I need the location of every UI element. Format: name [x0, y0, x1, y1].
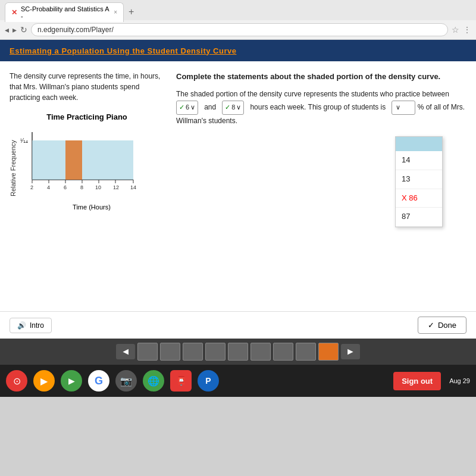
svg-text:12: 12	[113, 184, 119, 190]
task-slot-7[interactable]	[273, 343, 293, 361]
select2-value: 8	[231, 102, 235, 114]
task-slot-1[interactable]	[137, 343, 158, 361]
task-next-arrow[interactable]: ►	[341, 344, 360, 359]
globe-icon: 🌐	[148, 375, 159, 387]
task-slot-8[interactable]	[296, 343, 316, 361]
chart-container: Relative Frequency ¹⁄₁₄	[10, 126, 164, 211]
dropdown-arrow-icon: ∨	[396, 102, 400, 114]
svg-rect-3	[32, 140, 133, 180]
intro-label: Intro	[30, 321, 44, 330]
address-bar: ◂ ▸ ↻ ☆ ⋮	[0, 20, 476, 39]
tray-icon-orange[interactable]: ▶	[33, 370, 55, 392]
task-slot-5[interactable]	[228, 343, 248, 361]
dropdown-option-14[interactable]: 14	[396, 151, 442, 170]
select-hours-start[interactable]: ✓ 6 ∨	[176, 101, 198, 115]
statement-part3: hours each week. This group of students …	[250, 103, 386, 111]
tab-bar: ✕ SC-Probability and Statistics A - × +	[0, 0, 476, 20]
description-text: The density curve represents the time, i…	[10, 71, 164, 103]
google-g-icon: G	[95, 375, 103, 387]
tray-icon-red-app[interactable]: 📮	[170, 370, 192, 392]
tray-icon-globe[interactable]: 🌐	[143, 370, 164, 392]
tab-favicon: ✕	[11, 8, 17, 17]
back-arrow-icon[interactable]: ◂	[5, 25, 9, 35]
svg-text:8: 8	[80, 184, 83, 190]
camera-icon: 📷	[120, 375, 132, 387]
taskbar: ◄ ►	[0, 339, 476, 365]
address-input[interactable]	[31, 23, 448, 36]
chart-svg: ¹⁄₁₄ 2	[19, 126, 138, 203]
reload-icon[interactable]: ↻	[20, 25, 27, 35]
bottom-action-bar: 🔊 Intro ✓ Done	[0, 311, 476, 339]
tab-close-icon[interactable]: ×	[114, 9, 117, 15]
chart-area: ¹⁄₁₄ 2	[19, 126, 164, 211]
select1-arrow-icon: ∨	[190, 102, 195, 114]
check2-icon: ✓	[225, 102, 230, 114]
tray-icon-chromeos[interactable]: ⊙	[6, 370, 27, 392]
system-tray: ⊙ ▶ ▶ G 📷 🌐 📮 P Sign out Aug 29	[0, 365, 476, 397]
task-slot-9-active[interactable]	[318, 343, 339, 361]
task-prev-arrow[interactable]: ◄	[116, 344, 135, 359]
tab-title: SC-Probability and Statistics A -	[21, 5, 110, 20]
tray-icon-google[interactable]: G	[88, 370, 109, 392]
percent-dropdown-menu: 14 13 X 86 87	[395, 136, 443, 227]
page-header: Estimating a Population Using the Studen…	[0, 40, 476, 61]
x-axis-title: Time (Hours)	[19, 203, 164, 211]
select1-value: 6	[186, 102, 189, 114]
left-panel: The density curve represents the time, i…	[10, 71, 164, 302]
svg-text:14: 14	[130, 184, 136, 190]
check1-icon: ✓	[179, 102, 184, 114]
statement-part1: The shaded portion of the density curve …	[176, 90, 449, 98]
red-app-icon: 📮	[176, 376, 186, 386]
active-tab[interactable]: ✕ SC-Probability and Statistics A - ×	[5, 2, 124, 22]
svg-text:2: 2	[30, 184, 33, 190]
bookmark-icon[interactable]: ☆	[452, 25, 459, 35]
page-header-title: Estimating a Population Using the Studen…	[10, 46, 236, 55]
browser-chrome: ✕ SC-Probability and Statistics A - × + …	[0, 0, 476, 40]
orange-icon: ▶	[40, 375, 48, 387]
more-icon[interactable]: ⋮	[463, 25, 471, 35]
volume-icon: 🔊	[17, 321, 26, 330]
tray-date: Aug 29	[449, 377, 470, 384]
statement-text: The shaded portion of the density curve …	[176, 88, 466, 128]
percent-dropdown-button[interactable]: ∨	[392, 101, 415, 115]
p-letter-icon: P	[205, 376, 211, 386]
done-label: Done	[438, 321, 456, 330]
select-hours-end[interactable]: ✓ 8 ∨	[222, 101, 244, 115]
complete-title: Complete the statements about the shaded…	[176, 71, 466, 83]
dropdown-option-87[interactable]: 87	[396, 208, 442, 227]
chromeos-icon: ⊙	[13, 375, 21, 387]
tray-icon-camera[interactable]: 📷	[115, 370, 137, 392]
chart-title: Time Practicing Piano	[10, 112, 164, 121]
main-content: The density curve represents the time, i…	[0, 61, 476, 311]
sign-out-button[interactable]: Sign out	[393, 372, 441, 390]
right-panel: Complete the statements about the shaded…	[176, 71, 466, 302]
svg-text:6: 6	[64, 184, 67, 190]
tray-icon-play[interactable]: ▶	[61, 370, 82, 392]
forward-arrow-icon[interactable]: ▸	[12, 25, 17, 35]
done-button[interactable]: ✓ Done	[418, 317, 466, 334]
task-slot-6[interactable]	[250, 343, 271, 361]
new-tab-button[interactable]: +	[124, 4, 139, 20]
svg-text:10: 10	[95, 184, 101, 190]
play-icon: ▶	[68, 376, 75, 386]
svg-text:4: 4	[47, 184, 50, 190]
tray-icon-p-blue[interactable]: P	[198, 370, 219, 392]
task-slot-3[interactable]	[183, 343, 203, 361]
svg-text:¹⁄₁₄: ¹⁄₁₄	[20, 137, 28, 144]
task-slot-2[interactable]	[160, 343, 180, 361]
dropdown-header	[396, 137, 442, 151]
select2-arrow-icon: ∨	[236, 102, 241, 114]
y-axis-label: Relative Frequency	[10, 126, 17, 211]
dropdown-option-86[interactable]: X 86	[396, 189, 442, 208]
dropdown-option-13[interactable]: 13	[396, 170, 442, 189]
svg-rect-4	[65, 140, 82, 180]
task-slot-4[interactable]	[205, 343, 226, 361]
intro-button[interactable]: 🔊 Intro	[10, 318, 52, 333]
done-check-icon: ✓	[428, 321, 434, 330]
statement-part2: and	[204, 103, 216, 111]
